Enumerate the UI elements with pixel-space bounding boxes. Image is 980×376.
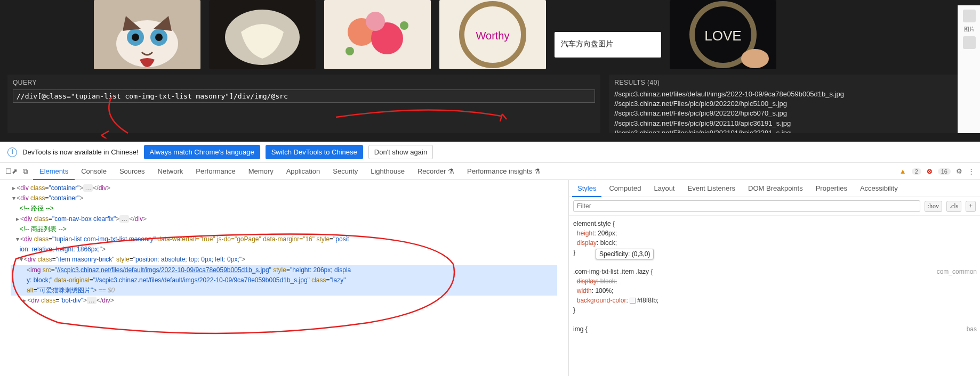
page-stage: Worthy 汽车方向盘图片 LOVE QUERY RESULTS (40) /… [0,0,980,142]
banner-text: DevTools is now available in Chinese! [22,148,139,156]
tab-perf-insights[interactable]: Performance insights ⚗ [461,163,547,180]
svg-text:LOVE: LOVE [704,28,741,44]
device-icon[interactable]: ⧉ [23,167,28,176]
styles-pane: Styles Computed Layout Event Listeners D… [568,180,980,376]
gallery-thumb[interactable] [94,0,200,69]
tab-console[interactable]: Console [75,163,113,180]
styles-tab-styles[interactable]: Styles [572,180,601,197]
match-language-button[interactable]: Always match Chrome's language [144,145,260,159]
styles-tabs: Styles Computed Layout Event Listeners D… [569,180,980,197]
styles-tab-dombp[interactable]: DOM Breakpoints [743,180,808,197]
devtools-locale-banner: i DevTools is now available in Chinese! … [0,142,980,163]
errors-icon[interactable]: ⊗ [927,167,933,175]
flask-icon: ⚗ [534,167,541,175]
styles-filter-row: :hov .cls + [569,197,980,216]
hov-toggle[interactable]: :hov [925,201,942,212]
cls-toggle[interactable]: .cls [946,201,961,212]
tool-icon[interactable] [963,36,976,49]
result-line[interactable]: //scpic3.chinaz.net/Files/pic/pic9/20220… [614,109,967,118]
xpath-query-input[interactable] [13,89,595,103]
info-icon: i [7,148,17,157]
styles-tab-computed[interactable]: Computed [604,180,646,197]
gallery-thumb[interactable]: Worthy [439,0,546,69]
tab-sources[interactable]: Sources [113,163,151,180]
tab-application[interactable]: Application [280,163,327,180]
gallery-card[interactable]: 汽车方向盘图片 [555,32,661,58]
result-line[interactable]: //scpic3.chinaz.net/files/default/imgs/2… [614,89,967,99]
errors-count: 16 [938,168,951,175]
gallery-thumb[interactable] [324,0,431,69]
add-rule-button[interactable]: + [966,201,976,212]
xpath-results-panel: RESULTS (40) //scpic3.chinaz.net/files/d… [609,75,973,133]
dont-show-button[interactable]: Don't show again [368,145,433,159]
more-icon[interactable]: ⋮ [968,167,975,175]
devtools-tabs: ☐⬈ ⧉ Elements Console Sources Network Pe… [0,163,980,180]
specificity-tooltip: Specificity: (0,3,0) [596,249,654,259]
tab-memory[interactable]: Memory [242,163,280,180]
warnings-count: 2 [912,168,921,175]
tool-icon[interactable] [963,10,976,22]
color-swatch-icon[interactable] [630,298,636,304]
card-label: 汽车方向盘图片 [561,39,613,48]
svg-text:Worthy: Worthy [476,30,510,42]
gallery-thumb[interactable]: LOVE [670,0,776,69]
selected-dom-node[interactable]: <img src="//scpic3.chinaz.net/files/defa… [11,265,557,275]
svg-point-13 [366,12,385,31]
svg-point-22 [741,49,769,68]
svg-point-5 [155,34,163,41]
result-line[interactable]: //scpic3.chinaz.net/Files/pic/pic9/20210… [614,128,967,133]
tab-lighthouse[interactable]: Lighthouse [364,163,411,180]
svg-point-14 [346,47,354,55]
styles-filter-input[interactable] [573,200,920,212]
tab-recorder[interactable]: Recorder ⚗ [411,163,461,180]
svg-point-15 [400,21,408,30]
flask-icon: ⚗ [448,167,454,175]
tab-network[interactable]: Network [151,163,190,180]
settings-icon[interactable]: ⚙ [956,167,962,175]
query-header: QUERY [13,79,595,86]
result-line[interactable]: //scpic3.chinaz.net/Files/pic/pic9/20220… [614,99,967,109]
tool-label: 图片 [964,26,975,33]
style-rules[interactable]: element.style { height: 206px; display: … [569,216,980,337]
results-header: RESULTS (40) [614,79,967,86]
styles-tab-props[interactable]: Properties [810,180,853,197]
warnings-icon[interactable]: ▲ [899,167,906,175]
styles-tab-layout[interactable]: Layout [648,180,680,197]
styles-tab-listeners[interactable]: Event Listeners [682,180,741,197]
styles-tab-a11y[interactable]: Accessibility [855,180,903,197]
gallery-thumb[interactable] [209,0,316,69]
elements-dom-tree[interactable]: <div class="container">…</div> <div clas… [0,180,568,376]
svg-point-4 [132,34,139,41]
inspect-icon[interactable]: ☐⬈ [5,167,18,176]
result-line[interactable]: //scpic3.chinaz.net/Files/pic/pic9/20211… [614,119,967,128]
devtools-body: <div class="container">…</div> <div clas… [0,180,980,376]
xpath-query-panel: QUERY [7,75,600,133]
tab-elements[interactable]: Elements [33,163,75,180]
tab-security[interactable]: Security [326,163,364,180]
tab-performance[interactable]: Performance [189,163,242,180]
switch-chinese-button[interactable]: Switch DevTools to Chinese [266,145,363,159]
xpath-overlay: QUERY RESULTS (40) //scpic3.chinaz.net/f… [7,75,973,133]
right-toolbar: 图片 [958,5,980,133]
